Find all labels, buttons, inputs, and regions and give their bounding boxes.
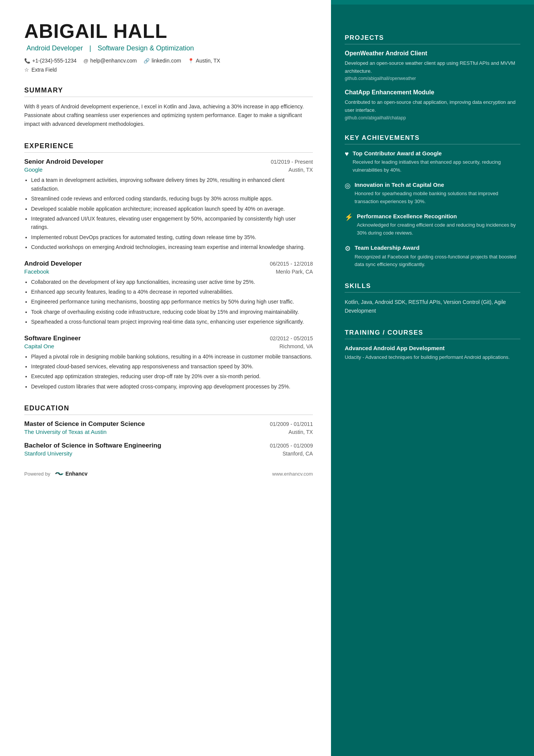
exp-company-row-facebook: Facebook Menlo Park, CA [24,268,313,275]
edu-degree-bachelors: Bachelor of Science in Software Engineer… [24,442,161,449]
linkedin-contact: 🔗 linkedin.com [144,58,181,64]
exp-header-capitalone: Software Engineer 02/2012 - 05/2015 [24,335,313,342]
footer-left: Powered by Enhancv [24,470,87,477]
exp-location-facebook: Menlo Park, CA [276,269,313,275]
top-decorative-bar [331,0,534,5]
logo-svg [53,470,64,477]
exp-bullets-google: Led a team in development activities, im… [24,176,313,251]
achievement-title-team: Team Leadership Award [354,244,520,252]
achievement-content-capitalone: Innovation in Tech at Capital One Honore… [354,181,520,206]
edu-dates-bachelors: 01/2005 - 01/2009 [270,443,313,449]
achievement-desc-google: Received for leading initiatives that en… [353,158,520,174]
header: ABIGAIL HALL Android Developer | Softwar… [24,20,313,73]
star-icon: ☆ [24,67,29,73]
skills-section: SKILLS Kotlin, Java, Android SDK, RESTfu… [345,282,520,315]
exp-company-row-google: Google Austin, TX [24,166,313,173]
title-part2: Software Design & Optimization [98,44,194,52]
exp-header-google: Senior Android Developer 01/2019 - Prese… [24,158,313,166]
resume-container: ABIGAIL HALL Android Developer | Softwar… [0,0,534,756]
achievement-team-leadership: ⚙ Team Leadership Award Recognized at Fa… [345,244,520,269]
edu-location-masters: Austin, TX [289,429,313,435]
exp-bullets-facebook: Collaborated on the development of key a… [24,278,313,326]
training-desc-android: Udacity - Advanced techniques for buildi… [345,354,520,362]
enhancv-logo: Enhancv [53,470,87,477]
email-icon: @ [83,58,88,64]
projects-title: PROJECTS [345,34,520,44]
edu-entry-masters: Master of Science in Computer Science 01… [24,420,313,435]
training-title: TRAINING / COURSES [345,329,520,339]
exp-role-google: Senior Android Developer [24,158,103,166]
exp-bullets-capitalone: Played a pivotal role in designing mobil… [24,352,313,391]
exp-role-capitalone: Software Engineer [24,335,81,342]
contact-row: 📞 +1-(234)-555-1234 @ help@enhancv.com 🔗… [24,58,313,64]
edu-location-bachelors: Stanford, CA [283,451,313,457]
edu-entry-bachelors: Bachelor of Science in Software Engineer… [24,442,313,457]
bullet-item: Integrated cloud-based services, elevati… [31,362,313,371]
achievement-desc-capitalone: Honored for spearheading mobile banking … [354,190,520,206]
linkedin-icon: 🔗 [144,58,150,64]
bullet-item: Conducted workshops on emerging Android … [31,243,313,251]
bullet-item: Led a team in development activities, im… [31,176,313,193]
exp-location-google: Austin, TX [289,167,313,173]
bullet-item: Collaborated on the development of key a… [31,278,313,286]
exp-company-google: Google [24,166,42,173]
training-name-android: Advanced Android App Development [345,344,520,352]
project-link-openweather: github.com/abigailhall/openweather [345,76,520,81]
bullet-item: Played a pivotal role in designing mobil… [31,352,313,361]
achievement-performance: ⚡ Performance Excellence Recognition Ack… [345,213,520,237]
project-name-chatapp: ChatApp Enhancement Module [345,89,520,97]
achievement-desc-team: Recognized at Facebook for guiding cross… [354,253,520,269]
summary-text: With 8 years of Android development expe… [24,102,313,128]
circle-icon: ◎ [345,182,351,190]
summary-title: SUMMARY [24,86,313,97]
bullet-item: Integrated advanced UI/UX features, elev… [31,214,313,232]
edu-degree-masters: Master of Science in Computer Science [24,420,145,428]
achievement-capitalone: ◎ Innovation in Tech at Capital One Hono… [345,181,520,206]
project-openweather: OpenWeather Android Client Developed an … [345,50,520,81]
exp-entry-google: Senior Android Developer 01/2019 - Prese… [24,158,313,251]
project-name-openweather: OpenWeather Android Client [345,50,520,58]
edu-school-bachelors: Stanford University [24,450,72,457]
project-link-chatapp: github.com/abigailhall/chatapp [345,115,520,121]
footer: Powered by Enhancv www.enhancv.com [24,470,313,477]
heart-icon: ♥ [345,150,349,158]
bullet-item: Executed app optimization strategies, re… [31,372,313,380]
location-text: Austin, TX [196,58,220,64]
candidate-title: Android Developer | Software Design & Op… [24,44,313,52]
achievement-content-google: Top Contributor Award at Google Received… [353,150,520,174]
phone-contact: 📞 +1-(234)-555-1234 [24,58,77,64]
right-column: PROJECTS OpenWeather Android Client Deve… [331,0,534,756]
edu-school-row-masters: The University of Texas at Austin Austin… [24,429,313,435]
bullet-item: Engineered performance tuning mechanisms… [31,297,313,306]
edu-header-masters: Master of Science in Computer Science 01… [24,420,313,428]
exp-dates-capitalone: 02/2012 - 05/2015 [270,335,313,341]
exp-entry-capitalone: Software Engineer 02/2012 - 05/2015 Capi… [24,335,313,391]
lightning-icon: ⚡ [345,213,353,221]
gear-icon: ⚙ [345,244,351,253]
exp-location-capitalone: Richmond, VA [279,343,313,349]
bullet-item: Implemented robust DevOps practices for … [31,233,313,241]
title-separator: | [89,44,91,52]
exp-dates-facebook: 06/2015 - 12/2018 [270,261,313,267]
edu-school-masters: The University of Texas at Austin [24,429,106,435]
linkedin-url: linkedin.com [151,58,181,64]
email-contact: @ help@enhancv.com [83,58,137,64]
exp-company-row-capitalone: Capital One Richmond, VA [24,343,313,349]
left-column: ABIGAIL HALL Android Developer | Softwar… [0,0,331,756]
education-section: EDUCATION Master of Science in Computer … [24,404,313,457]
footer-website: www.enhancv.com [272,471,313,477]
achievement-title-google: Top Contributor Award at Google [353,150,520,157]
edu-school-row-bachelors: Stanford University Stanford, CA [24,450,313,457]
project-desc-chatapp: Contributed to an open-source chat appli… [345,99,520,114]
powered-by-label: Powered by [24,471,50,477]
exp-header-facebook: Android Developer 06/2015 - 12/2018 [24,260,313,268]
key-achievements-section: KEY ACHIEVEMENTS ♥ Top Contributor Award… [345,134,520,269]
achievement-title-performance: Performance Excellence Recognition [357,213,520,220]
phone-number: +1-(234)-555-1234 [32,58,77,64]
training-entry-android: Advanced Android App Development Udacity… [345,344,520,361]
email-address: help@enhancv.com [90,58,137,64]
achievement-desc-performance: Acknowledged for creating efficient code… [357,221,520,237]
experience-title: EXPERIENCE [24,142,313,153]
title-part1: Android Developer [27,44,83,52]
bullet-item: Enhanced app security features, leading … [31,288,313,296]
